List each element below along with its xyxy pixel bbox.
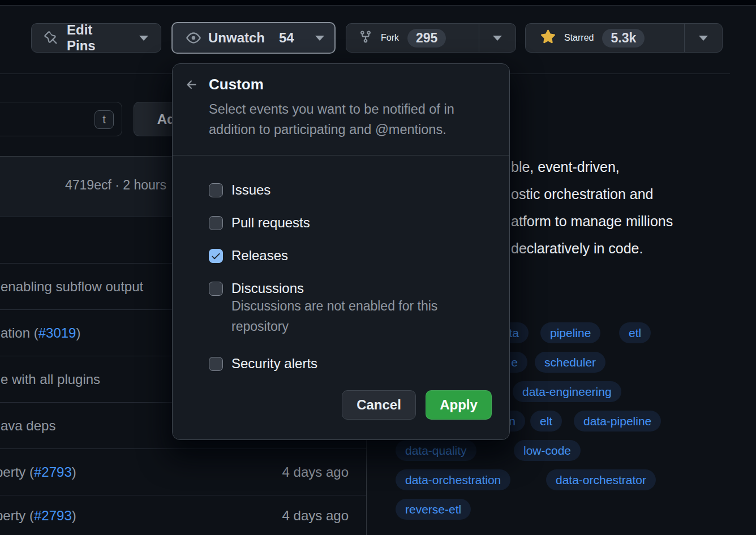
edit-pins-button[interactable]: Edit Pins [31,23,161,53]
topic-tag[interactable]: data-orchestration [396,469,510,490]
commit-date: 4 days ago [282,508,349,524]
about-description-line: declaratively in code. [511,240,643,257]
commit-message[interactable]: perty ( [0,464,34,480]
cancel-button[interactable]: Cancel [342,390,416,420]
option-label: Releases [231,248,288,264]
topic-tag[interactable]: data-engineering [513,381,621,402]
issue-link[interactable]: #3019 [38,325,76,341]
topic-tag[interactable]: pipeline [540,322,600,343]
file-row[interactable]: perty (#2793) 4 days ago [0,449,366,495]
fork-count-badge: 295 [407,29,446,48]
checkbox-issues[interactable] [209,183,223,197]
option-security-alerts[interactable]: Security alerts [209,356,317,372]
file-row[interactable]: perty (#2793) 4 days ago [0,495,366,535]
topic-tag[interactable]: elt [530,411,562,432]
unwatch-button[interactable]: Unwatch 54 [171,22,336,54]
option-label: Pull requests [231,215,310,231]
topic-tag[interactable]: low-code [514,440,581,461]
watch-label: Unwatch [208,30,265,46]
option-pull-requests[interactable]: Pull requests [209,215,310,231]
starred-label: Starred [564,33,594,43]
fork-dropdown-button[interactable] [479,24,516,52]
eye-icon [186,31,201,45]
commit-message[interactable]: ) [72,464,76,480]
chevron-down-icon [315,36,324,41]
about-description-line: ostic orchestration and [511,186,654,202]
back-arrow-icon[interactable] [185,78,199,92]
topic-tag[interactable]: etl [619,322,651,343]
fork-button[interactable]: Fork 295 [346,24,479,52]
issue-link[interactable]: #2793 [34,464,72,480]
option-label: Issues [231,182,270,198]
commit-hash-and-time[interactable]: 4719ecf · 2 hours [65,178,166,193]
star-icon [540,29,556,47]
topic-tag[interactable]: data-pipeline [574,411,661,432]
apply-button[interactable]: Apply [426,390,492,420]
about-description-line: atform to manage millions [511,213,673,230]
checkbox-discussions[interactable] [209,282,223,296]
discussions-disabled-note: Discussions are not enabled for this rep… [231,296,475,336]
commit-message[interactable]: enabling subflow output [1,279,143,295]
topic-tag[interactable]: scheduler [535,352,605,373]
topic-tag[interactable]: reverse-etl [396,499,471,520]
issue-link[interactable]: #2793 [34,508,72,524]
topic-tag[interactable]: data-orchestrator [546,469,656,490]
commit-message[interactable]: ) [72,508,76,524]
checkbox-pull-requests[interactable] [209,216,223,230]
fork-button-group: Fork 295 [346,23,516,53]
checkbox-security-alerts[interactable] [209,357,223,371]
star-dropdown-button[interactable] [684,24,722,52]
option-label: Discussions [231,281,304,296]
watch-count: 54 [279,30,294,46]
commit-message[interactable]: ava deps [1,418,55,434]
star-button-group: Starred 5.3k [525,23,723,53]
option-discussions[interactable]: Discussions [209,281,304,296]
go-to-file-input[interactable]: t [0,102,122,136]
github-repo-page: Edit Pins Unwatch 54 Fork 295 Starred 5.… [0,0,756,535]
starred-button[interactable]: Starred 5.3k [526,24,684,52]
site-header-edge [0,0,756,6]
about-description-line: ble, event-driven, [511,159,620,175]
pin-icon [44,31,58,45]
commit-message[interactable]: ation ( [1,325,38,341]
dialog-title: Custom [209,76,264,93]
dialog-description: Select events you want to be notified of… [209,99,486,140]
option-releases[interactable]: Releases [209,248,288,264]
option-issues[interactable]: Issues [209,182,270,198]
keyboard-shortcut-hint: t [94,110,114,129]
chevron-down-icon [139,36,148,41]
chevron-down-icon [699,36,708,41]
star-count-badge: 5.3k [602,29,645,48]
fork-icon [359,30,372,46]
edit-pins-label: Edit Pins [67,22,124,54]
notification-settings-dialog: Custom Select events you want to be noti… [172,63,510,440]
commit-message[interactable]: e with all plugins [1,372,100,387]
option-label: Security alerts [231,356,317,372]
dialog-divider [173,155,509,156]
commit-message[interactable]: perty ( [0,508,34,524]
chevron-down-icon [493,36,502,41]
topic-tag[interactable]: data-quality [396,440,476,461]
commit-date: 4 days ago [282,464,349,480]
commit-message[interactable]: ) [76,325,80,341]
checkbox-releases[interactable] [209,249,223,263]
fork-label: Fork [381,33,399,43]
